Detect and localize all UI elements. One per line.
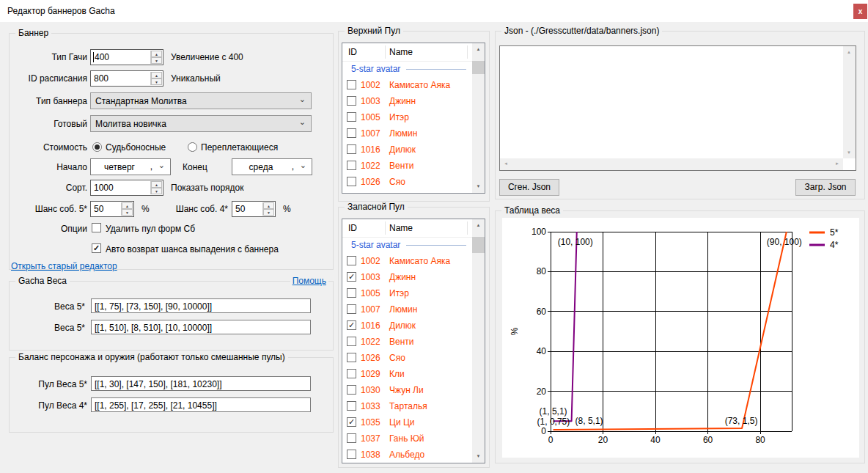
pool-row[interactable]: 1005Итэр — [342, 109, 472, 125]
pool-row[interactable]: 1030Чжун Ли — [342, 382, 472, 398]
chance5-spinner[interactable]: ▲▼ — [121, 202, 133, 216]
pool-row[interactable]: ✓1003Джинн — [342, 269, 472, 285]
column-id[interactable]: ID — [348, 47, 357, 57]
spin-down-icon[interactable]: ▼ — [151, 188, 162, 194]
auto-return-checkbox[interactable]: ✓ — [92, 243, 101, 253]
weights4-input[interactable] — [91, 320, 311, 334]
gacha-type-input[interactable]: 400 ▲▼ — [90, 49, 163, 65]
row-checkbox[interactable] — [347, 177, 356, 186]
sort-input[interactable]: 1000 ▲▼ — [90, 180, 163, 196]
end-day-select[interactable]: среда , ⌄ — [232, 158, 312, 175]
row-checkbox[interactable] — [347, 450, 356, 459]
pool-row[interactable]: ✓1016Дилюк — [342, 318, 472, 334]
row-checkbox[interactable]: ✓ — [347, 272, 356, 282]
spin-up-icon[interactable]: ▲ — [151, 51, 162, 57]
help-link[interactable]: Помощь — [290, 276, 328, 286]
vertical-scrollbar[interactable]: ▲ ▼ — [472, 43, 485, 193]
column-id[interactable]: ID — [348, 223, 357, 233]
row-checkbox[interactable]: ✓ — [347, 320, 356, 330]
cost-radio-fate[interactable] — [92, 142, 102, 152]
auto-return-label[interactable]: Авто возврат шанса выпадения с баннера — [106, 244, 279, 254]
pool-row[interactable]: 1005Итэр — [342, 285, 472, 301]
remove-pool-label[interactable]: Удалить пул форм Сб — [106, 224, 195, 234]
pool-row[interactable]: 1007Люмин — [342, 125, 472, 142]
row-checkbox[interactable] — [347, 80, 356, 89]
pool-row[interactable]: 1022Венти — [342, 334, 472, 350]
scrollbar-thumb[interactable] — [472, 237, 485, 253]
pool-row[interactable]: 1022Венти — [342, 158, 472, 174]
schedule-id-spinner[interactable]: ▲▼ — [150, 72, 162, 85]
row-checkbox[interactable] — [347, 369, 356, 378]
old-editor-link[interactable]: Открыть старый редактор — [11, 261, 117, 271]
row-checkbox[interactable] — [347, 96, 356, 106]
chance4-spinner[interactable]: ▲▼ — [262, 202, 274, 216]
pool-row[interactable]: 1029Кли — [342, 366, 472, 382]
load-json-button[interactable]: Загр. Json — [795, 179, 856, 196]
row-checkbox[interactable] — [347, 128, 356, 138]
scroll-up-icon[interactable]: ▲ — [847, 50, 851, 54]
start-day-select[interactable]: четверг , ⌄ — [90, 158, 171, 175]
pool-row[interactable]: 1038Альбедо — [342, 447, 472, 463]
close-button[interactable]: x — [853, 4, 867, 19]
chance4-input[interactable]: 50 ▲▼ — [232, 201, 276, 217]
spin-up-icon[interactable]: ▲ — [151, 181, 162, 188]
generate-json-button[interactable]: Сген. Json — [499, 179, 559, 196]
horizontal-scrollbar[interactable]: ◄ ► — [500, 158, 843, 170]
row-checkbox[interactable] — [347, 144, 356, 154]
banner-type-select[interactable]: Стандартная Молитва ⌄ — [90, 92, 312, 109]
scroll-down-icon[interactable]: ▼ — [472, 450, 485, 463]
pool-row[interactable]: ✓1035Ци Ци — [342, 414, 472, 430]
row-checkbox[interactable] — [347, 433, 356, 443]
column-name[interactable]: Name — [389, 223, 413, 233]
column-name[interactable]: Name — [389, 47, 413, 57]
vertical-scrollbar[interactable]: ▲ ▼ — [843, 46, 856, 158]
pool-weights5-input[interactable] — [91, 376, 311, 391]
pool-row[interactable]: 1007Люмин — [342, 301, 472, 318]
chance5-input[interactable]: 50 ▲▼ — [90, 201, 134, 217]
row-checkbox[interactable] — [347, 337, 356, 346]
remove-pool-checkbox[interactable] — [92, 223, 101, 232]
json-textarea[interactable]: ▲ ▼ ◄ ► — [499, 45, 856, 171]
schedule-id-input[interactable]: 800 ▲▼ — [90, 70, 163, 87]
pool-row[interactable]: 1037Гань Юй — [342, 430, 472, 447]
scroll-down-icon[interactable]: ▼ — [847, 150, 851, 155]
scroll-right-icon[interactable]: ► — [835, 161, 839, 166]
row-checkbox[interactable] — [347, 161, 356, 170]
scroll-down-icon[interactable]: ▼ — [472, 180, 485, 193]
spin-up-icon[interactable]: ▲ — [122, 202, 133, 209]
prefab-select[interactable]: Молитва новичка ⌄ — [90, 115, 312, 132]
cost-radio-fate-label[interactable]: Судьбоносные — [106, 142, 166, 153]
gacha-type-spinner[interactable]: ▲▼ — [150, 51, 162, 64]
vertical-scrollbar[interactable]: ▲ ▼ — [472, 219, 485, 463]
row-checkbox[interactable] — [347, 112, 356, 122]
scrollbar-thumb[interactable] — [472, 61, 485, 74]
row-checkbox[interactable] — [347, 288, 356, 298]
spin-down-icon[interactable]: ▼ — [151, 78, 162, 85]
row-checkbox[interactable] — [347, 256, 356, 265]
pool-row[interactable]: 1026Сяо — [342, 174, 472, 190]
row-checkbox[interactable] — [347, 401, 356, 411]
scroll-up-icon[interactable]: ▲ — [472, 43, 485, 56]
pool-row[interactable]: 1016Дилюк — [342, 142, 472, 158]
pool-row[interactable]: 1002Камисато Аяка — [342, 253, 472, 269]
scroll-up-icon[interactable]: ▲ — [472, 219, 485, 232]
pool-row[interactable]: 1029Кли — [342, 190, 472, 193]
spin-down-icon[interactable]: ▼ — [122, 209, 133, 216]
row-checkbox[interactable] — [347, 353, 356, 362]
weights5-input[interactable] — [91, 298, 311, 313]
spin-up-icon[interactable]: ▲ — [151, 72, 162, 78]
row-checkbox[interactable]: ✓ — [347, 417, 356, 427]
spin-down-icon[interactable]: ▼ — [151, 57, 162, 64]
cost-radio-intertwined[interactable] — [188, 142, 197, 152]
cost-radio-intertwined-label[interactable]: Переплетающиеся — [201, 142, 278, 153]
row-checkbox[interactable] — [347, 385, 356, 395]
sort-spinner[interactable]: ▲▼ — [150, 181, 162, 194]
pool-row[interactable]: 1002Камисато Аяка — [342, 77, 472, 93]
pool-weights4-input[interactable] — [91, 397, 311, 412]
pool-row[interactable]: 1033Тарталья — [342, 398, 472, 414]
scroll-left-icon[interactable]: ◄ — [504, 161, 508, 166]
pool-row[interactable]: 1003Джинн — [342, 93, 472, 109]
spin-down-icon[interactable]: ▼ — [263, 209, 274, 216]
spin-up-icon[interactable]: ▲ — [263, 202, 274, 209]
pool-row[interactable]: 1026Сяо — [342, 350, 472, 366]
